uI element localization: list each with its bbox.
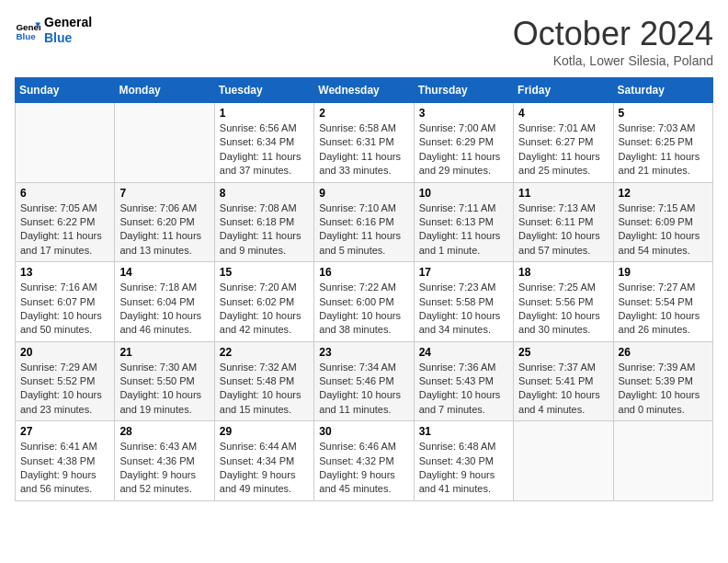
- day-number: 18: [518, 266, 608, 279]
- calendar-cell: 21 Sunrise: 7:30 AMSunset: 5:50 PMDaylig…: [115, 341, 214, 421]
- day-number: 5: [619, 107, 708, 120]
- calendar-cell: 4 Sunrise: 7:01 AMSunset: 6:27 PMDayligh…: [514, 103, 613, 183]
- day-detail: Sunrise: 6:43 AMSunset: 4:36 PMDaylight:…: [119, 440, 209, 497]
- day-number: 21: [119, 346, 209, 359]
- day-number: 30: [319, 425, 408, 438]
- day-detail: Sunrise: 7:29 AMSunset: 5:52 PMDaylight:…: [20, 361, 109, 418]
- calendar-cell: 15 Sunrise: 7:20 AMSunset: 6:02 PMDaylig…: [214, 262, 313, 342]
- day-number: 31: [419, 425, 508, 438]
- day-detail: Sunrise: 7:00 AMSunset: 6:29 PMDaylight:…: [419, 121, 508, 178]
- calendar-cell: 12 Sunrise: 7:15 AMSunset: 6:09 PMDaylig…: [613, 182, 712, 262]
- day-number: 1: [220, 107, 309, 120]
- calendar-cell: 5 Sunrise: 7:03 AMSunset: 6:25 PMDayligh…: [613, 103, 712, 183]
- calendar-week-3: 13 Sunrise: 7:16 AMSunset: 6:07 PMDaylig…: [16, 262, 713, 342]
- day-detail: Sunrise: 7:10 AMSunset: 6:16 PMDaylight:…: [319, 201, 408, 259]
- page-header: General Blue General Blue October 2024 K…: [15, 15, 713, 68]
- day-number: 17: [419, 266, 508, 279]
- logo-blue: Blue: [44, 30, 92, 46]
- day-detail: Sunrise: 7:34 AMSunset: 5:46 PMDaylight:…: [319, 361, 408, 418]
- header-friday: Friday: [514, 78, 613, 103]
- month-info: October 2024 Kotla, Lower Silesia, Polan…: [513, 15, 713, 68]
- calendar-cell: 28 Sunrise: 6:43 AMSunset: 4:36 PMDaylig…: [115, 421, 214, 501]
- day-detail: Sunrise: 7:25 AMSunset: 5:56 PMDaylight:…: [518, 281, 608, 338]
- svg-text:Blue: Blue: [16, 31, 36, 41]
- day-number: 22: [220, 346, 309, 359]
- calendar-cell: [613, 421, 712, 501]
- calendar-cell: 20 Sunrise: 7:29 AMSunset: 5:52 PMDaylig…: [16, 341, 115, 421]
- day-number: 29: [220, 425, 309, 438]
- day-detail: Sunrise: 7:22 AMSunset: 6:00 PMDaylight:…: [319, 281, 408, 338]
- day-detail: Sunrise: 6:48 AMSunset: 4:30 PMDaylight:…: [419, 440, 508, 497]
- calendar-cell: 23 Sunrise: 7:34 AMSunset: 5:46 PMDaylig…: [314, 341, 414, 421]
- day-number: 25: [518, 346, 608, 359]
- day-detail: Sunrise: 6:58 AMSunset: 6:31 PMDaylight:…: [319, 121, 408, 178]
- day-number: 23: [319, 346, 408, 359]
- calendar-cell: 17 Sunrise: 7:23 AMSunset: 5:58 PMDaylig…: [414, 262, 513, 342]
- month-title: October 2024: [513, 15, 713, 53]
- calendar-cell: 18 Sunrise: 7:25 AMSunset: 5:56 PMDaylig…: [514, 262, 613, 342]
- day-detail: Sunrise: 7:08 AMSunset: 6:18 PMDaylight:…: [220, 201, 309, 259]
- calendar-cell: 7 Sunrise: 7:06 AMSunset: 6:20 PMDayligh…: [115, 182, 214, 262]
- logo-general: General: [44, 15, 92, 30]
- day-number: 3: [419, 107, 508, 120]
- day-detail: Sunrise: 7:01 AMSunset: 6:27 PMDaylight:…: [518, 121, 608, 178]
- calendar-week-4: 20 Sunrise: 7:29 AMSunset: 5:52 PMDaylig…: [16, 341, 713, 421]
- calendar-cell: 14 Sunrise: 7:18 AMSunset: 6:04 PMDaylig…: [115, 262, 214, 342]
- day-number: 4: [518, 107, 608, 120]
- day-number: 2: [319, 107, 408, 120]
- calendar-cell: 22 Sunrise: 7:32 AMSunset: 5:48 PMDaylig…: [214, 341, 313, 421]
- day-number: 15: [220, 266, 309, 279]
- calendar-cell: 9 Sunrise: 7:10 AMSunset: 6:16 PMDayligh…: [314, 182, 414, 262]
- location: Kotla, Lower Silesia, Poland: [513, 53, 713, 68]
- header-wednesday: Wednesday: [314, 78, 414, 103]
- day-number: 24: [419, 346, 508, 359]
- calendar-cell: [514, 421, 613, 501]
- header-tuesday: Tuesday: [214, 78, 313, 103]
- calendar-table: Sunday Monday Tuesday Wednesday Thursday…: [15, 77, 713, 501]
- calendar-cell: 1 Sunrise: 6:56 AMSunset: 6:34 PMDayligh…: [214, 103, 313, 183]
- day-number: 28: [119, 425, 209, 438]
- calendar-header-row: Sunday Monday Tuesday Wednesday Thursday…: [16, 78, 713, 103]
- calendar-cell: 13 Sunrise: 7:16 AMSunset: 6:07 PMDaylig…: [16, 262, 115, 342]
- day-number: 16: [319, 266, 408, 279]
- day-detail: Sunrise: 7:06 AMSunset: 6:20 PMDaylight:…: [119, 201, 209, 259]
- day-number: 19: [619, 266, 708, 279]
- day-number: 26: [619, 346, 708, 359]
- day-number: 14: [119, 266, 209, 279]
- day-detail: Sunrise: 7:18 AMSunset: 6:04 PMDaylight:…: [119, 281, 209, 338]
- logo-icon: General Blue: [15, 17, 40, 43]
- day-number: 20: [20, 346, 109, 359]
- day-detail: Sunrise: 7:11 AMSunset: 6:13 PMDaylight:…: [419, 201, 508, 259]
- calendar-week-5: 27 Sunrise: 6:41 AMSunset: 4:38 PMDaylig…: [16, 421, 713, 501]
- day-number: 27: [20, 425, 109, 438]
- day-detail: Sunrise: 7:37 AMSunset: 5:41 PMDaylight:…: [518, 361, 608, 418]
- day-detail: Sunrise: 7:16 AMSunset: 6:07 PMDaylight:…: [20, 281, 109, 338]
- day-detail: Sunrise: 7:36 AMSunset: 5:43 PMDaylight:…: [419, 361, 508, 418]
- calendar-cell: [115, 103, 214, 183]
- calendar-cell: 29 Sunrise: 6:44 AMSunset: 4:34 PMDaylig…: [214, 421, 313, 501]
- header-saturday: Saturday: [613, 78, 712, 103]
- day-number: 7: [119, 187, 209, 200]
- day-detail: Sunrise: 7:27 AMSunset: 5:54 PMDaylight:…: [619, 281, 708, 338]
- day-number: 6: [20, 187, 109, 200]
- calendar-cell: 24 Sunrise: 7:36 AMSunset: 5:43 PMDaylig…: [414, 341, 513, 421]
- logo: General Blue General Blue: [15, 15, 92, 46]
- calendar-cell: 30 Sunrise: 6:46 AMSunset: 4:32 PMDaylig…: [314, 421, 414, 501]
- calendar-cell: 3 Sunrise: 7:00 AMSunset: 6:29 PMDayligh…: [414, 103, 513, 183]
- header-sunday: Sunday: [16, 78, 115, 103]
- day-detail: Sunrise: 7:30 AMSunset: 5:50 PMDaylight:…: [119, 361, 209, 418]
- day-detail: Sunrise: 7:15 AMSunset: 6:09 PMDaylight:…: [619, 201, 708, 259]
- day-number: 13: [20, 266, 109, 279]
- header-monday: Monday: [115, 78, 214, 103]
- day-detail: Sunrise: 7:05 AMSunset: 6:22 PMDaylight:…: [20, 201, 109, 259]
- calendar-cell: [16, 103, 115, 183]
- calendar-cell: 19 Sunrise: 7:27 AMSunset: 5:54 PMDaylig…: [613, 262, 712, 342]
- calendar-cell: 11 Sunrise: 7:13 AMSunset: 6:11 PMDaylig…: [514, 182, 613, 262]
- day-detail: Sunrise: 7:03 AMSunset: 6:25 PMDaylight:…: [619, 121, 708, 178]
- header-thursday: Thursday: [414, 78, 513, 103]
- calendar-cell: 16 Sunrise: 7:22 AMSunset: 6:00 PMDaylig…: [314, 262, 414, 342]
- calendar-cell: 31 Sunrise: 6:48 AMSunset: 4:30 PMDaylig…: [414, 421, 513, 501]
- day-number: 11: [518, 187, 608, 200]
- day-detail: Sunrise: 7:32 AMSunset: 5:48 PMDaylight:…: [220, 361, 309, 418]
- day-detail: Sunrise: 7:23 AMSunset: 5:58 PMDaylight:…: [419, 281, 508, 338]
